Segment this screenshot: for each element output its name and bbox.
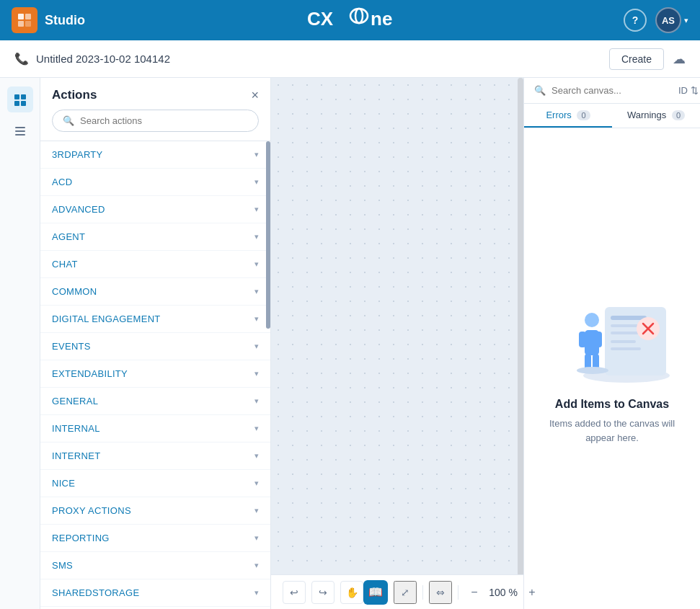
action-category-label: NICE	[52, 478, 75, 489]
action-category-item[interactable]: NICE▾	[40, 470, 270, 497]
canvas-search-input[interactable]	[551, 85, 673, 96]
action-category-item[interactable]: COMMON▾	[40, 278, 270, 306]
action-category-label: AGENT	[52, 231, 85, 242]
chevron-down-icon: ▾	[254, 506, 259, 515]
close-actions-button[interactable]: ×	[251, 89, 259, 102]
chevron-down-icon: ▾	[254, 369, 259, 378]
action-category-item[interactable]: ADVANCED▾	[40, 196, 270, 223]
help-button[interactable]: ?	[624, 9, 647, 32]
canvas-footer-left: ↩ ↪ ✋	[283, 581, 363, 604]
svg-rect-9	[21, 94, 26, 99]
fit-width-button[interactable]: ⇔	[429, 581, 452, 604]
hand-tool-button[interactable]: ✋	[340, 581, 363, 604]
studio-label: Studio	[45, 13, 85, 28]
empty-title: Add Items to Canvas	[555, 398, 669, 411]
svg-rect-18	[611, 324, 639, 327]
canvas-search-icon: 🔍	[534, 85, 546, 96]
search-icon: 🔍	[63, 115, 74, 126]
action-category-label: GENERAL	[52, 396, 98, 406]
empty-desc: Items added to the canvas will appear he…	[539, 417, 686, 445]
action-category-item[interactable]: AGENT▾	[40, 223, 270, 251]
svg-rect-13	[15, 130, 25, 132]
avatar-dropdown[interactable]: AS ▾	[655, 7, 688, 33]
variables-panel-toggle[interactable]	[7, 118, 33, 144]
sort-icon[interactable]: ⇅	[691, 85, 699, 96]
action-category-item[interactable]: INTERNET▾	[40, 443, 270, 470]
canvas-footer: ↩ ↪ ✋ 📖 ⤢ ⇔ − 100 % +	[271, 574, 523, 609]
action-category-label: ACD	[52, 177, 72, 187]
zoom-in-button[interactable]: +	[522, 582, 542, 603]
chevron-down-icon: ▾	[254, 533, 259, 543]
action-category-item[interactable]: REPORTING▾	[40, 525, 270, 552]
action-category-label: SMS	[52, 560, 73, 571]
studio-icon	[12, 7, 37, 33]
avatar[interactable]: AS	[655, 7, 681, 33]
sub-header-left: 📞 Untitled 2023-10-02 104142	[14, 52, 170, 66]
svg-rect-17	[611, 316, 647, 320]
action-category-item[interactable]: PROXY ACTIONS▾	[40, 497, 270, 525]
warnings-button[interactable]: Warnings 0	[612, 104, 700, 128]
id-label: ID	[678, 85, 688, 96]
right-panel: 🔍 ID ⇅ Errors 0 Warnings 0	[523, 78, 700, 609]
svg-rect-28	[595, 332, 602, 347]
action-category-item[interactable]: ACD▾	[40, 169, 270, 196]
undo-button[interactable]: ↩	[283, 581, 306, 604]
svg-rect-2	[18, 21, 24, 27]
book-button[interactable]: 📖	[363, 580, 388, 605]
action-category-item[interactable]: EVENTS▾	[40, 333, 270, 360]
header-left: Studio	[12, 7, 85, 33]
expand-button[interactable]: ⤢	[394, 581, 417, 604]
action-category-item[interactable]: SHAREDSTORAGE▾	[40, 579, 270, 607]
icon-bar	[0, 78, 40, 609]
svg-rect-20	[611, 340, 636, 343]
phone-icon: 📞	[14, 52, 29, 66]
scrollbar-thumb	[266, 141, 270, 329]
action-category-item[interactable]: 3RDPARTY▾	[40, 141, 270, 169]
chevron-down-icon: ▾	[254, 342, 259, 351]
action-category-item[interactable]: EXTENDABILITY▾	[40, 360, 270, 388]
svg-point-31	[577, 367, 608, 374]
zoom-out-button[interactable]: −	[464, 582, 484, 603]
zoom-controls: − 100 % +	[464, 582, 542, 603]
chevron-down-icon: ▾	[254, 150, 259, 159]
errors-badge: 0	[577, 110, 590, 120]
chevron-down-icon: ▾	[254, 451, 259, 461]
cloud-icon[interactable]: ☁	[673, 51, 686, 67]
action-category-label: 3RDPARTY	[52, 149, 103, 160]
action-category-label: COMMON	[52, 286, 97, 297]
errors-button[interactable]: Errors 0	[524, 104, 612, 128]
svg-rect-27	[579, 332, 586, 347]
chevron-down-icon: ▾	[254, 287, 259, 296]
svg-point-5	[350, 9, 368, 23]
chevron-down-icon: ▾	[254, 314, 259, 324]
avatar-chevron-icon: ▾	[684, 16, 688, 25]
canvas-area[interactable]: ↩ ↪ ✋ 📖 ⤢ ⇔ − 100 % +	[271, 78, 523, 609]
right-panel-controls: ID ⇅	[678, 85, 699, 96]
create-button[interactable]: Create	[609, 48, 664, 70]
action-category-item[interactable]: DIGITAL ENGAGEMENT▾	[40, 306, 270, 333]
empty-illustration	[547, 293, 677, 386]
header-logo: CX ne	[307, 6, 394, 35]
top-header: Studio CX ne ? AS ▾	[0, 0, 700, 40]
chevron-down-icon: ▾	[254, 396, 259, 406]
search-input[interactable]	[80, 115, 248, 126]
separator2	[458, 585, 458, 600]
action-category-item[interactable]: INTERNAL▾	[40, 415, 270, 443]
errors-label: Errors	[546, 110, 571, 120]
chevron-down-icon: ▾	[254, 424, 259, 433]
action-category-item[interactable]: SMS▾	[40, 552, 270, 579]
chevron-down-icon: ▾	[254, 588, 259, 597]
chevron-down-icon: ▾	[254, 232, 259, 241]
svg-rect-3	[25, 21, 31, 27]
right-panel-search: 🔍 ID ⇅	[524, 78, 700, 104]
warnings-badge: 0	[672, 110, 685, 120]
svg-rect-21	[611, 347, 641, 350]
separator	[422, 585, 423, 600]
search-input-wrap: 🔍	[52, 110, 259, 132]
actions-panel-toggle[interactable]	[7, 86, 33, 112]
redo-button[interactable]: ↪	[311, 581, 335, 604]
action-category-item[interactable]: CHAT▾	[40, 251, 270, 278]
action-category-item[interactable]: GENERAL▾	[40, 388, 270, 415]
canvas-scrollbar[interactable]	[518, 78, 523, 580]
action-category-label: CHAT	[52, 259, 78, 270]
